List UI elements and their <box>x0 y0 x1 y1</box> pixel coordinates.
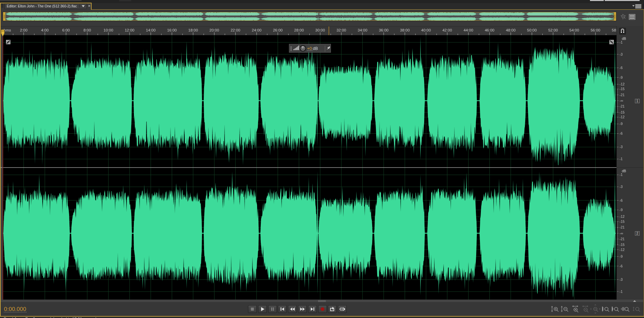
svg-text:-3: -3 <box>620 52 623 56</box>
svg-text:-1: -1 <box>620 40 623 44</box>
svg-text:-∞: -∞ <box>620 231 623 235</box>
svg-text:-9: -9 <box>620 254 623 258</box>
svg-text:-12: -12 <box>620 214 625 218</box>
svg-text:-6: -6 <box>620 66 623 70</box>
svg-text:-6: -6 <box>620 264 623 268</box>
svg-text:-1: -1 <box>620 157 623 161</box>
svg-text:-∞: -∞ <box>620 99 623 103</box>
svg-text:dB: dB <box>622 169 626 173</box>
svg-text:-15: -15 <box>620 219 625 224</box>
svg-text:-21: -21 <box>620 237 625 241</box>
svg-text:-9: -9 <box>620 208 623 212</box>
svg-text:-12: -12 <box>620 82 625 86</box>
svg-text:-3: -3 <box>620 277 623 281</box>
svg-text:-9: -9 <box>620 75 623 79</box>
svg-text:-21: -21 <box>620 104 625 108</box>
svg-text:-21: -21 <box>620 225 625 229</box>
svg-text:-15: -15 <box>620 110 625 114</box>
svg-text:-6: -6 <box>620 131 623 135</box>
svg-text:-1: -1 <box>620 290 623 294</box>
svg-text:-3: -3 <box>620 185 623 189</box>
svg-text:-9: -9 <box>620 122 623 126</box>
svg-text:-3: -3 <box>620 145 623 149</box>
svg-text:-6: -6 <box>620 198 623 202</box>
svg-text:-12: -12 <box>620 248 625 252</box>
svg-text:-15: -15 <box>620 243 625 247</box>
svg-text:-12: -12 <box>620 115 625 119</box>
svg-text:-21: -21 <box>620 93 625 97</box>
svg-text:-15: -15 <box>620 87 625 91</box>
svg-text:-1: -1 <box>620 173 623 177</box>
